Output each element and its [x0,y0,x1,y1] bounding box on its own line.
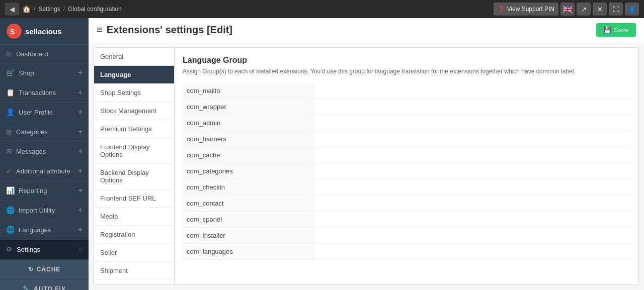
transactions-icon: 📋 [6,88,15,96]
settings-nav-item-general[interactable]: General [94,48,174,66]
lang-value-input[interactable] [318,215,627,224]
sidebar-item-settings[interactable]: ⚙ Settings − [0,240,89,259]
support-pin-label: View Support PIN [507,6,555,13]
flag-button[interactable]: 🇬🇧 [560,3,575,16]
languages-icon: 🌐 [6,226,15,234]
sidebar-item-label-messages: Messages [16,148,46,155]
settings-nav-item-frontend-display[interactable]: Frontend Display Options [94,138,174,164]
home-icon: 🏠 [22,5,31,13]
lang-key-cell: com_cpanel [183,212,313,228]
sidebar-item-label-reporting: Reporting [19,187,47,195]
settings-nav-item-shipment[interactable]: Shipment [94,262,174,280]
sidebar-item-dashboard[interactable]: ⊞ Dashboard [0,45,89,63]
joomla-button[interactable]: ✕ [593,3,607,16]
settings-nav-item-reviews-ratings[interactable]: Reviews & Ratings [94,280,174,284]
page-title-icon: ≡ [97,24,103,36]
settings-nav-item-shop-settings[interactable]: Shop Settings [94,84,174,102]
user-icon: 👤 [628,6,636,13]
sidebar-item-shop[interactable]: 🛒 Shop + [0,63,89,83]
settings-nav-item-stock-management[interactable]: Stock Management [94,102,174,120]
lang-value-cell[interactable] [313,179,630,196]
reporting-expand-icon: + [78,186,83,195]
cache-button[interactable]: ↻ CACHE [0,259,89,279]
settings-nav-item-backend-display[interactable]: Backend Display Options [94,164,174,189]
sidebar-item-categories[interactable]: ⊞ Categories + [0,122,89,142]
language-group-description: Assign Group(s) to each of installed exe… [183,68,630,75]
save-button[interactable]: 💾 Save [596,23,636,37]
settings-nav-item-seller[interactable]: Seller [94,244,174,262]
lang-value-cell[interactable] [313,163,630,179]
external-link-button[interactable]: ↗ [577,3,591,16]
save-label: Save [614,26,629,34]
sidebar-item-label-shop: Shop [19,69,34,77]
back-button[interactable]: ◀ [5,3,19,16]
lang-value-input[interactable] [318,150,627,160]
settings-nav-item-media[interactable]: Media [94,208,174,226]
lang-value-input[interactable] [318,247,627,256]
lang-value-input[interactable] [318,199,627,208]
settings-nav-label-general: General [100,53,123,60]
sidebar-item-messages[interactable]: ✉ Messages + [0,142,89,161]
settings-nav-label-seller: Seller [100,249,117,256]
page-header: ≡ Extensions' settings [Edit] 💾 Save [89,18,644,42]
shop-expand-icon: + [78,68,83,77]
autofix-icon: 🔧 [23,285,31,290]
table-row: com_banners [183,131,630,147]
settings-nav-item-language[interactable]: Language [94,66,174,84]
lang-value-cell[interactable] [313,131,630,147]
lang-key-cell: com_mailto [183,83,313,99]
breadcrumb-sep-1: / [34,6,35,13]
sidebar-item-additional-attribute[interactable]: ✓ Additional attribute + [0,161,89,181]
settings-icon: ⚙ [6,245,13,253]
transactions-expand-icon: + [78,88,83,97]
user-profile-expand-icon: + [78,108,83,117]
view-support-pin-button[interactable]: ❓ View Support PIN [494,3,559,16]
lang-value-input[interactable] [318,166,627,176]
settings-nav-label-shipment: Shipment [100,267,128,274]
sidebar-item-label-user-profile: User Profile [19,109,53,116]
categories-expand-icon: + [78,127,83,136]
sidebar-item-label-import-utility: Import Utility [19,207,55,214]
lang-value-cell[interactable] [313,147,630,163]
content-area: ≡ Extensions' settings [Edit] 💾 Save Gen… [89,18,644,290]
sidebar-item-user-profile[interactable]: 👤 User Profile + [0,103,89,122]
lang-value-input[interactable] [318,231,627,240]
lang-value-cell[interactable] [313,83,630,99]
lang-value-input[interactable] [318,134,627,144]
sidebar-item-reporting[interactable]: 📊 Reporting + [0,181,89,201]
sidebar-item-transactions[interactable]: 📋 Transactions + [0,83,89,103]
settings-nav-label-backend-display: Backend Display Options [100,169,149,184]
autofix-button[interactable]: 🔧 AUTO FIX [0,279,89,290]
settings-collapse-icon: − [78,245,83,254]
lang-key-cell: com_cache [183,147,313,163]
flag-icon: 🇬🇧 [562,5,573,14]
cache-refresh-icon: ↻ [28,266,34,273]
logo-text: sellacious [25,27,62,36]
lang-key-cell: com_contact [183,196,313,212]
cache-label: CACHE [37,266,61,273]
lang-key-cell: com_checkin [183,179,313,196]
dashboard-icon: ⊞ [6,50,12,58]
joomla-icon: ✕ [597,6,603,13]
user-button[interactable]: 👤 [625,3,639,16]
messages-expand-icon: + [78,147,83,156]
settings-nav: General Language Shop Settings Stock Man… [94,48,175,284]
lang-value-input[interactable] [318,102,627,112]
messages-icon: ✉ [6,147,12,155]
lang-value-cell[interactable] [313,244,630,260]
lang-value-cell[interactable] [313,228,630,244]
lang-value-cell[interactable] [313,196,630,212]
lang-value-input[interactable] [318,118,627,128]
sidebar-item-import-utility[interactable]: 🌐 Import Utility + [0,201,89,220]
lang-value-cell[interactable] [313,212,630,228]
lang-value-cell[interactable] [313,115,630,131]
lang-value-cell[interactable] [313,99,630,115]
lang-value-input[interactable] [318,86,627,95]
breadcrumb-sep-2: / [63,6,65,13]
sidebar-item-languages[interactable]: 🌐 Languages + [0,220,89,240]
fullscreen-button[interactable]: ⛶ [609,3,623,16]
settings-nav-item-premium-settings[interactable]: Premium Settings [94,120,174,138]
settings-nav-item-frontend-sef[interactable]: Frontend SEF URL [94,189,174,208]
lang-value-input[interactable] [318,182,627,192]
settings-nav-item-registration[interactable]: Registration [94,226,174,244]
